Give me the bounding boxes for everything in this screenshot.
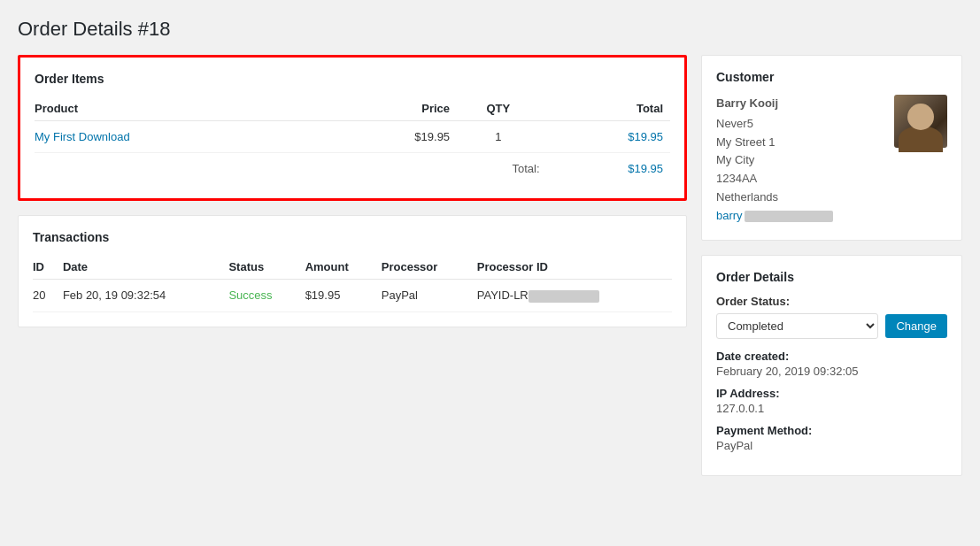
customer-details: Barry Kooij Never5 My Street 1 My City 1… [716, 95, 884, 226]
order-item-price: $19.95 [334, 121, 457, 153]
order-items-card: Order Items Product Price QTY Total My F… [18, 55, 687, 201]
transaction-row: 20 Feb 20, 19 09:32:54 Success $19.95 Pa… [33, 280, 672, 312]
ip-address-section: IP Address: 127.0.0.1 [716, 387, 947, 415]
transactions-title: Transactions [33, 230, 672, 244]
order-items-table: Product Price QTY Total My First Downloa… [35, 96, 670, 184]
txn-col-id: ID [33, 255, 63, 280]
customer-country: Netherlands [716, 188, 884, 207]
order-items-title: Order Items [35, 72, 670, 86]
customer-email-link[interactable]: barry [716, 209, 833, 222]
order-status-select[interactable]: CompletedPendingProcessingCancelledRefun… [716, 313, 878, 339]
txn-amount: $19.95 [305, 280, 382, 312]
order-item-qty: 1 [457, 121, 546, 153]
txn-col-processor-id: Processor ID [477, 255, 672, 280]
customer-postal: 1234AA [716, 170, 884, 188]
main-column: Order Items Product Price QTY Total My F… [18, 55, 687, 327]
txn-status: Success [228, 280, 305, 312]
order-status-row: CompletedPendingProcessingCancelledRefun… [716, 313, 947, 339]
order-details-title: Order Details [716, 270, 947, 284]
customer-card: Customer Barry Kooij Never5 My Street 1 … [701, 55, 962, 241]
ip-address-label: IP Address: [716, 387, 947, 400]
side-column: Customer Barry Kooij Never5 My Street 1 … [701, 55, 962, 476]
order-status-label: Order Status: [716, 295, 947, 308]
date-created-value: February 20, 2019 09:32:05 [716, 365, 947, 378]
txn-id: 20 [33, 280, 63, 312]
txn-processor: PayPal [382, 280, 477, 312]
page-title: Order Details #18 [18, 18, 962, 41]
transactions-card: Transactions ID Date Status Amount Proce… [18, 215, 687, 327]
payment-method-value: PayPal [716, 439, 947, 452]
col-header-product: Product [35, 96, 334, 121]
customer-address2: My Street 1 [716, 134, 884, 152]
main-layout: Order Items Product Price QTY Total My F… [18, 55, 962, 476]
order-item-total: $19.95 [547, 121, 671, 153]
order-total-row: Total: $19.95 [35, 153, 670, 185]
date-created-label: Date created: [716, 350, 947, 363]
payment-method-section: Payment Method: PayPal [716, 424, 947, 452]
col-header-price: Price [334, 96, 457, 121]
txn-date: Feb 20, 19 09:32:54 [63, 280, 229, 312]
customer-title: Customer [716, 70, 947, 84]
ip-address-value: 127.0.0.1 [716, 402, 947, 415]
change-button[interactable]: Change [885, 314, 947, 338]
customer-email[interactable]: barry [716, 207, 884, 226]
txn-col-status: Status [228, 255, 305, 280]
order-item-product[interactable]: My First Download [35, 121, 334, 153]
txn-col-processor: Processor [382, 255, 477, 280]
customer-address1: Never5 [716, 115, 884, 134]
customer-city: My City [716, 151, 884, 170]
customer-info: Barry Kooij Never5 My Street 1 My City 1… [716, 95, 947, 226]
col-header-total: Total [547, 96, 671, 121]
txn-col-amount: Amount [305, 255, 382, 280]
processor-id-blurred [529, 290, 599, 303]
payment-method-label: Payment Method: [716, 424, 947, 437]
customer-name: Barry Kooij [716, 95, 884, 113]
txn-col-date: Date [63, 255, 229, 280]
avatar [894, 95, 947, 148]
date-created-section: Date created: February 20, 2019 09:32:05 [716, 350, 947, 378]
email-blurred [745, 211, 833, 222]
order-status-section: Order Status: CompletedPendingProcessing… [716, 295, 947, 339]
order-total-value: $19.95 [547, 153, 671, 185]
transactions-table: ID Date Status Amount Processor Processo… [33, 255, 672, 312]
col-header-qty: QTY [457, 96, 546, 121]
order-total-label: Total: [35, 153, 547, 185]
txn-processor-id: PAYID-LR [477, 280, 672, 312]
order-item-row: My First Download $19.95 1 $19.95 [35, 121, 670, 153]
order-details-card: Order Details Order Status: CompletedPen… [701, 255, 962, 476]
